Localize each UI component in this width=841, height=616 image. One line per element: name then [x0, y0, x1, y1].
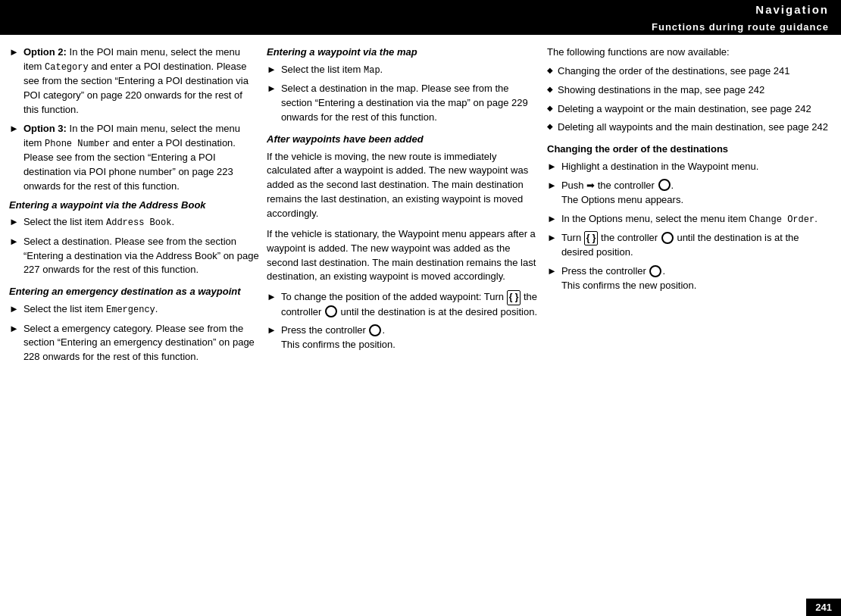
bullet-text-4: Deleting all waypoints and the main dest… [558, 120, 828, 135]
waypoint-map-item1: ► Select the list item Map. [267, 63, 539, 77]
change-order-item5: ► Press the controller . This confirms t… [547, 264, 832, 293]
waypoint-map-text1: Select the list item Map. [281, 63, 383, 77]
arrow-icon-5: ► [9, 303, 19, 314]
change-order-item2: ► Push ➡ the controller . The Options me… [547, 179, 832, 208]
option2-mono: Category [45, 62, 89, 73]
diamond-icon-4: ◆ [547, 122, 553, 130]
emergency-text2: Select a emergency category. Please see … [23, 322, 259, 365]
option3-label: Option 3: [23, 123, 67, 134]
page-number: 241 [806, 599, 841, 616]
functions-bullets: ◆ Changing the order of the destinations… [547, 64, 832, 135]
change-order-heading: Changing the order of the destinations [547, 142, 832, 157]
after-waypoints-heading: After waypoints have been added [267, 133, 539, 147]
change-order-text3: In the Options menu, select the menu ite… [561, 212, 818, 227]
lr-icon-2: { } [584, 231, 599, 245]
change-order-section: Changing the order of the destinations ►… [547, 142, 832, 293]
arrow-icon-3: ► [9, 216, 19, 227]
col-left: ► Option 2: In the POI main menu, select… [9, 45, 259, 372]
arrow-icon-1: ► [9, 46, 19, 58]
arrow-icon-7: ► [267, 64, 277, 75]
arrow-icon-9: ► [267, 291, 277, 302]
change-order-item4: ► Turn { } the controller until the dest… [547, 231, 832, 260]
bullet-text-3: Deleting a waypoint or the main destinat… [558, 102, 811, 117]
address-book-item2: ► Select a destination. Please see from … [9, 235, 259, 278]
arrow-icon-15: ► [547, 265, 557, 277]
col-middle: Entering a waypoint via the map ► Select… [267, 45, 539, 372]
change-order-extra5: This confirms the new position. [561, 279, 696, 293]
address-book-text1: Select the list item Address Book. [23, 215, 174, 230]
change-order-text2: Push ➡ the controller . [561, 179, 683, 193]
emergency-mono: Emergency [106, 305, 155, 315]
emergency-heading: Entering an emergency destination as a w… [9, 285, 259, 299]
address-book-item1: ► Select the list item Address Book. [9, 215, 259, 230]
emergency-item2: ► Select a emergency category. Please se… [9, 322, 259, 365]
diamond-icon-2: ◆ [547, 85, 553, 93]
controller-icon-5 [649, 265, 661, 277]
after-waypoints-para2: If the vehicle is stationary, the Waypoi… [267, 227, 539, 284]
arrow-icon-8: ► [267, 83, 277, 94]
arrow-icon-10: ► [267, 324, 277, 336]
bullet-item-2: ◆ Showing destinations in the map, see p… [547, 83, 832, 98]
change-order-item3: ► In the Options menu, select the menu i… [547, 212, 832, 227]
arrow-icon-11: ► [547, 161, 557, 172]
emergency-text1: Select the list item Emergency. [23, 302, 158, 317]
change-order-block5: Press the controller . This confirms the… [561, 264, 696, 293]
diamond-icon-3: ◆ [547, 104, 553, 112]
page-header: Navigation [0, 0, 841, 19]
bullet-text-2: Showing destinations in the map, see pag… [558, 83, 764, 98]
controller-icon-4 [661, 232, 674, 244]
change-order-text5: Press the controller . [561, 264, 696, 279]
option3-mono: Phone Number [45, 139, 110, 149]
change-order-text4: Turn { } the controller until the destin… [561, 231, 832, 260]
lr-icon-1: { } [507, 290, 521, 305]
change-order-text1: Highlight a destination in the Waypoint … [561, 160, 758, 174]
col-right: The following functions are now availabl… [547, 45, 832, 372]
arrow-icon-12: ► [547, 180, 557, 191]
arrow-icon-4: ► [9, 236, 19, 247]
arrow-icon-14: ► [547, 232, 557, 243]
address-book-heading: Entering a waypoint via the Address Book [9, 199, 259, 213]
bullet-item-1: ◆ Changing the order of the destinations… [547, 64, 832, 79]
emergency-section: Entering an emergency destination as a w… [9, 285, 259, 364]
content-area: ► Option 2: In the POI main menu, select… [0, 41, 841, 377]
change-order-mono: Change Order [749, 214, 814, 225]
bullet-item-4: ◆ Deleting all waypoints and the main de… [547, 120, 832, 135]
diamond-icon-1: ◆ [547, 66, 553, 74]
option2-text: Option 2: In the POI main menu, select t… [23, 45, 259, 117]
arrow-icon-2: ► [9, 123, 19, 134]
after-waypoints-para1: If the vehicle is moving, the new route … [267, 150, 539, 221]
address-book-section: Entering a waypoint via the Address Book… [9, 199, 259, 278]
option2-label: Option 2: [23, 46, 67, 58]
controller-icon-3 [658, 179, 671, 191]
bullet-text-1: Changing the order of the destinations, … [558, 64, 789, 79]
after-waypoints-section: After waypoints have been added If the v… [267, 133, 539, 352]
change-order-extra2: The Options menu appears. [561, 193, 683, 208]
press-controller-confirm1: This confirms the position. [281, 338, 395, 352]
emergency-item1: ► Select the list item Emergency. [9, 302, 259, 317]
address-book-mono: Address Book [106, 217, 171, 228]
bullet-item-3: ◆ Deleting a waypoint or the main destin… [547, 102, 832, 117]
press-controller-block1: Press the controller . This confirms the… [281, 324, 395, 352]
waypoint-map-text2: Select a destination in the map. Please … [281, 82, 539, 125]
controller-icon-2 [369, 324, 381, 336]
change-position-text: To change the position of the added wayp… [281, 290, 539, 319]
section-header: Functions during route guidance [0, 19, 841, 35]
arrow-icon-6: ► [9, 323, 19, 334]
waypoint-map-heading: Entering a waypoint via the map [267, 45, 539, 60]
press-controller-text1: Press the controller . [281, 324, 395, 338]
option3-item: ► Option 3: In the POI main menu, select… [9, 122, 259, 194]
controller-icon-1 [325, 305, 337, 317]
page-wrapper: Navigation Functions during route guidan… [0, 0, 841, 616]
page-title: Navigation [755, 3, 829, 16]
press-controller-item1: ► Press the controller . This confirms t… [267, 324, 539, 352]
section-title: Functions during route guidance [652, 21, 829, 33]
waypoint-map-section: Entering a waypoint via the map ► Select… [267, 45, 539, 125]
arrow-icon-13: ► [547, 213, 557, 224]
change-position-item: ► To change the position of the added wa… [267, 290, 539, 319]
functions-intro: The following functions are now availabl… [547, 45, 832, 60]
option2-item: ► Option 2: In the POI main menu, select… [9, 45, 259, 117]
waypoint-map-mono: Map [364, 65, 380, 76]
address-book-text2: Select a destination. Please see from th… [23, 235, 259, 278]
waypoint-map-item2: ► Select a destination in the map. Pleas… [267, 82, 539, 125]
change-order-item1: ► Highlight a destination in the Waypoin… [547, 160, 832, 174]
